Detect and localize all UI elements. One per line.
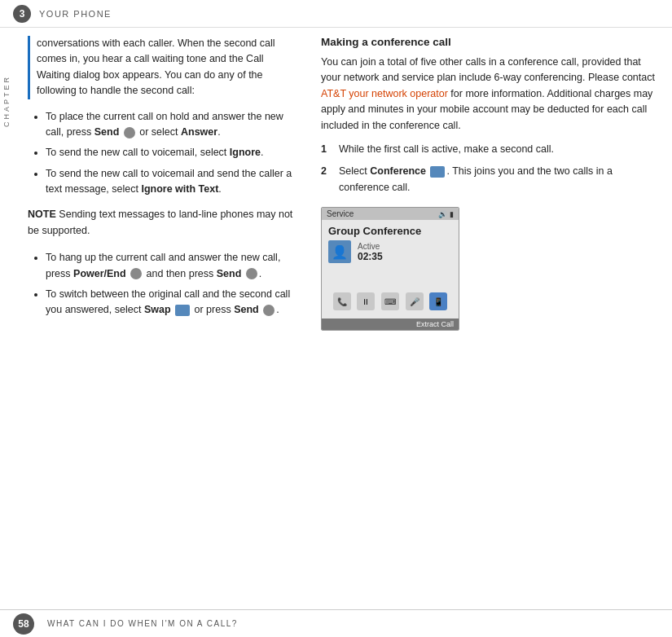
accent-text: conversations with each caller. When the… <box>37 36 296 99</box>
list-item: To send the new call to voicemail, selec… <box>46 145 296 160</box>
list-item: To hang up the current call and answer t… <box>46 250 296 282</box>
steps-list: 1 While the first call is active, make a… <box>321 142 659 195</box>
phone-bottom-bar: Extract Call <box>322 318 459 330</box>
bold-send: Send <box>94 126 120 138</box>
bold-send-3: Send <box>234 304 259 315</box>
swap-icon <box>175 305 190 316</box>
page-number: 58 <box>13 613 34 635</box>
bold-send-2: Send <box>217 268 242 279</box>
note-block: NOTE Sending text messages to land-line … <box>28 207 296 239</box>
step-1-text: While the first call is active, make a s… <box>339 142 554 157</box>
step-number-2: 2 <box>321 164 332 195</box>
bold-conference: Conference <box>370 165 426 177</box>
header-title: YOUR PHONE <box>39 9 112 19</box>
phone-content: Group Conference 👤 Active 02:35 📞 ⏸ ⌨ 🎤 <box>322 220 459 318</box>
page-footer: 58 WHAT CAN I DO WHEN I'M ON A CALL? <box>0 609 672 637</box>
step-1: 1 While the first call is active, make a… <box>321 142 659 157</box>
side-chapter-label: CHAPTER <box>0 28 13 174</box>
intro-paragraph: You can join a total of five other calls… <box>321 55 659 134</box>
step-2-text: Select Conference . This joins you and t… <box>339 164 659 195</box>
bold-power-end: Power/End <box>73 268 126 279</box>
note-label: NOTE <box>28 209 56 220</box>
call-row: 👤 Active 02:35 <box>328 240 452 263</box>
status-icons: 🔊 ▮ <box>438 210 454 218</box>
avatar: 👤 <box>328 240 351 263</box>
bold-answer: Answer <box>181 126 217 138</box>
send-icon-3 <box>263 305 275 316</box>
service-label: Service <box>327 209 354 218</box>
call-timer: 02:35 <box>358 251 383 262</box>
bold-swap: Swap <box>144 304 171 315</box>
call-status: Active <box>358 242 383 251</box>
att-link[interactable]: AT&T your network operator <box>321 88 448 99</box>
signal-icon: 🔊 <box>438 210 447 218</box>
avatar-icon: 👤 <box>332 244 348 260</box>
power-end-icon <box>130 268 142 279</box>
bold-ignore-text: Ignore with Text <box>141 183 218 195</box>
battery-icon: ▮ <box>450 210 454 218</box>
list-item: To place the current call on hold and an… <box>46 109 296 141</box>
right-column: Making a conference call You can join a … <box>313 36 659 331</box>
call-info: Active 02:35 <box>358 242 383 262</box>
footer-text: WHAT CAN I DO WHEN I'M ON A CALL? <box>47 619 238 628</box>
step-number-1: 1 <box>321 142 332 157</box>
step-2: 2 Select Conference . This joins you and… <box>321 164 659 195</box>
action-btn-3: ⌨ <box>381 292 399 310</box>
bold-ignore: Ignore <box>230 147 261 158</box>
note-text: Sending text messages to land-line phone… <box>28 209 292 235</box>
list-item: To switch between the original call and … <box>46 287 296 318</box>
chapter-number: 3 <box>13 5 31 23</box>
section-heading: Making a conference call <box>321 36 659 48</box>
main-content: conversations with each caller. When the… <box>0 36 672 331</box>
list-item: To send the new call to voicemail and se… <box>46 166 296 198</box>
page-header: 3 YOUR PHONE <box>0 0 672 28</box>
call-title: Group Conference <box>328 225 452 237</box>
send-icon <box>124 127 135 138</box>
phone-status-bar: Service 🔊 ▮ <box>322 208 459 220</box>
phone-actions: 📞 ⏸ ⌨ 🎤 📱 <box>328 288 452 315</box>
action-btn-5: 📱 <box>429 292 447 310</box>
send-icon-2 <box>246 268 257 279</box>
left-column: conversations with each caller. When the… <box>20 36 296 331</box>
accent-intro: conversations with each caller. When the… <box>28 36 296 99</box>
action-btn-2: ⏸ <box>357 292 375 310</box>
phone-screen: Service 🔊 ▮ Group Conference 👤 Active 02… <box>321 207 459 331</box>
conference-icon <box>430 166 445 178</box>
action-btn-4: 🎤 <box>406 292 424 310</box>
bullet-list-2: To hang up the current call and answer t… <box>28 250 296 318</box>
bullet-list-1: To place the current call on hold and an… <box>28 109 296 198</box>
action-btn-1: 📞 <box>333 292 351 310</box>
intro-text-before: You can join a total of five other calls… <box>321 56 655 83</box>
